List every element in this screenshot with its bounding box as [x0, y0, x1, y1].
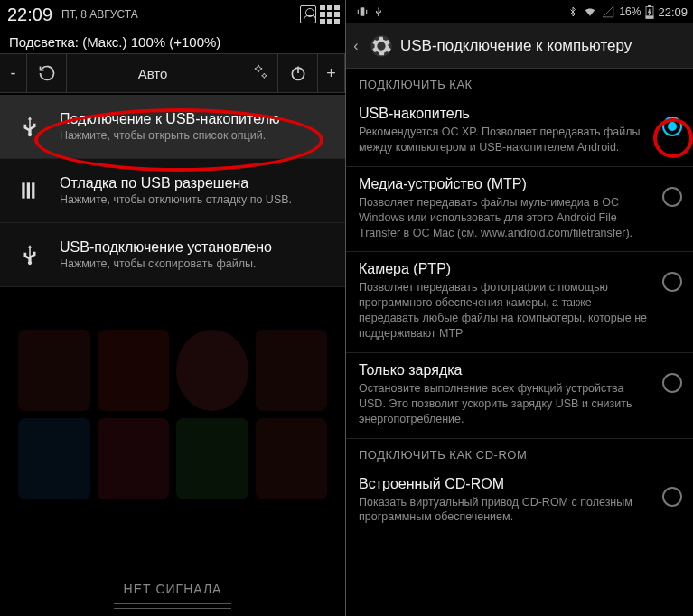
- option-charge-only[interactable]: Только зарядка Остановите выполнение все…: [346, 353, 693, 439]
- notification-usb-debug[interactable]: Отладка по USB разрешена Нажмите, чтобы …: [0, 159, 345, 223]
- option-title: Медиа-устройство (MTP): [359, 176, 653, 192]
- option-title: Камера (PTP): [359, 261, 653, 277]
- usb-icon: [9, 234, 51, 275]
- status-date: ПТ, 8 АВГУСТА: [61, 8, 138, 21]
- header-title: USB-подключение к компьютеру: [400, 37, 632, 55]
- radio-button[interactable]: [662, 117, 682, 136]
- notification-subtitle: Нажмите, чтобы отключить отладку по USB.: [60, 193, 336, 206]
- settings-gear-icon[interactable]: [366, 31, 397, 61]
- home-apps-faded: [0, 321, 345, 571]
- usb-icon: [9, 106, 51, 147]
- section-cdrom: ПОДКЛЮЧИТЬ КАК CD-ROM: [346, 439, 693, 467]
- notification-title: Подключение к USB-накопителю: [60, 111, 336, 127]
- plus-button[interactable]: +: [318, 53, 345, 93]
- option-mtp[interactable]: Медиа-устройство (MTP) Позволяет передав…: [346, 167, 693, 253]
- contact-icon: [300, 6, 316, 23]
- svg-rect-10: [646, 16, 653, 18]
- refresh-button[interactable]: [27, 53, 67, 93]
- notification-title: Отладка по USB разрешена: [60, 175, 336, 191]
- clock: 22:09: [658, 5, 688, 19]
- svg-rect-3: [27, 182, 30, 198]
- notification-subtitle: Нажмите, чтобы открыть список опций.: [60, 129, 336, 142]
- notification-usb-connected[interactable]: USB-подключение установлено Нажмите, что…: [0, 223, 345, 287]
- svg-rect-9: [649, 5, 651, 7]
- left-screenshot: 22:09 ПТ, 8 АВГУСТА Подсветка: (Макс.) 1…: [0, 0, 346, 616]
- power-button[interactable]: [278, 53, 318, 93]
- status-bar: 16% 22:09: [346, 0, 693, 23]
- option-desc: Рекомендуется ОС XP. Позволяет передават…: [359, 125, 653, 155]
- battery-icon: [645, 5, 654, 19]
- apps-grid-icon: [322, 6, 338, 23]
- backlight-label: Подсветка: (Макс.) 100% (+100%): [0, 29, 345, 53]
- option-usb-storage[interactable]: USB-накопитель Рекомендуется ОС XP. Позв…: [346, 97, 693, 167]
- notification-usb-storage[interactable]: Подключение к USB-накопителю Нажмите, чт…: [0, 95, 345, 159]
- option-desc: Позволяет передавать файлы мультимедиа в…: [359, 195, 653, 241]
- notification-title: USB-подключение установлено: [60, 239, 336, 256]
- bluetooth-icon: [567, 5, 578, 18]
- settings-header: ‹ USB-подключение к компьютеру: [346, 23, 693, 69]
- option-title: Только зарядка: [359, 362, 653, 378]
- notification-subtitle: Нажмите, чтобы скопировать файлы.: [60, 257, 336, 270]
- no-signal-label: НЕТ СИГНАЛА: [0, 582, 345, 596]
- bars-icon: [9, 170, 51, 211]
- option-title: USB-накопитель: [359, 106, 653, 122]
- option-title: Встроенный CD-ROM: [359, 476, 653, 492]
- option-desc: Показать виртуальный привод CD-ROM с пол…: [359, 495, 653, 526]
- status-bar: 22:09 ПТ, 8 АВГУСТА: [0, 0, 345, 29]
- back-button[interactable]: ‹: [350, 38, 362, 54]
- signal-icon: [602, 5, 614, 18]
- wifi-icon: [583, 5, 597, 18]
- stars-button[interactable]: [239, 53, 278, 93]
- radio-button[interactable]: [662, 373, 682, 393]
- svg-rect-2: [22, 182, 24, 198]
- auto-button[interactable]: Авто: [67, 66, 239, 81]
- shade-handle[interactable]: [114, 603, 231, 609]
- option-ptp[interactable]: Камера (PTP) Позволяет передавать фотогр…: [346, 252, 693, 353]
- battery-text: 16%: [619, 5, 641, 18]
- option-desc: Остановите выполнение всех функций устро…: [359, 381, 653, 427]
- radio-button[interactable]: [662, 487, 682, 507]
- clock: 22:09: [7, 5, 52, 25]
- svg-rect-5: [361, 7, 365, 15]
- option-cdrom[interactable]: Встроенный CD-ROM Показать виртуальный п…: [346, 467, 693, 537]
- right-screenshot: 16% 22:09 ‹ USB-подключение к компьютеру…: [346, 0, 693, 616]
- brightness-toolbar: - Авто +: [0, 53, 345, 93]
- usb-small-icon: [373, 6, 384, 17]
- radio-button[interactable]: [662, 272, 682, 292]
- option-desc: Позволяет передавать фотографии с помощь…: [359, 280, 653, 341]
- vibrate-icon: [356, 5, 369, 18]
- section-connect-as: ПОДКЛЮЧИТЬ КАК: [346, 69, 693, 97]
- minus-button[interactable]: -: [0, 53, 27, 93]
- svg-rect-4: [32, 182, 34, 198]
- radio-button[interactable]: [662, 187, 682, 207]
